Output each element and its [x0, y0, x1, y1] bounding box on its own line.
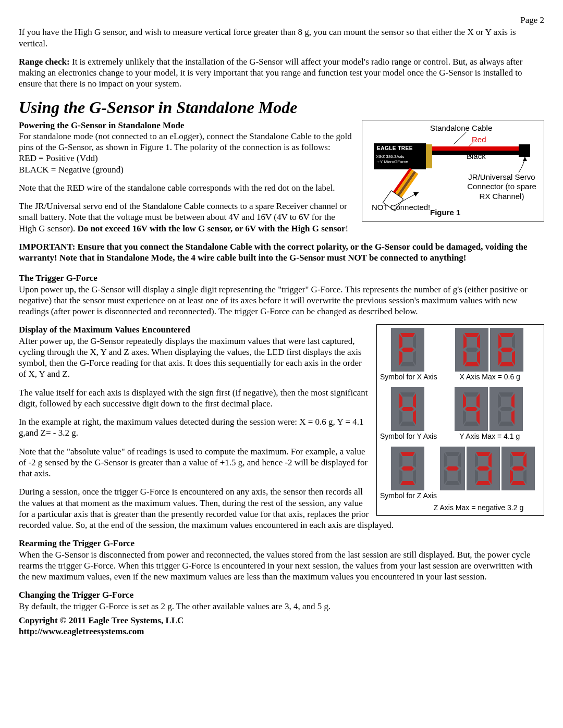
seg-z-digit0: [467, 447, 500, 490]
svg-marker-50: [401, 407, 414, 411]
seg-z-value-caption: Z Axis Max = negative 3.2 g: [380, 503, 541, 513]
range-check-text: It is extremely unlikely that the instal…: [19, 57, 522, 89]
svg-marker-39: [512, 351, 515, 365]
changing-heading: Changing the Trigger G-Force: [19, 589, 544, 600]
svg-marker-40: [499, 362, 514, 366]
segment-row-y: Symbol for Y Axis Y Axis Max = 4.1 g: [380, 387, 541, 440]
svg-marker-32: [477, 351, 480, 365]
svg-marker-27: [399, 351, 402, 365]
svg-marker-25: [413, 351, 416, 365]
svg-marker-85: [477, 466, 489, 471]
svg-marker-86: [511, 452, 525, 456]
segment-row-x: Symbol for X Axis X Axis Max = 0.6 g: [380, 328, 541, 381]
svg-marker-46: [413, 410, 416, 425]
segment-panel: Symbol for X Axis X Axis Max = 0.6 g Sym…: [376, 324, 544, 516]
svg-marker-41: [498, 351, 501, 365]
svg-marker-79: [476, 452, 491, 456]
svg-rect-8: [426, 144, 432, 168]
seg-x-digit0: [455, 328, 488, 372]
svg-marker-60: [511, 410, 515, 425]
fig1-standalone-cable-label: Standalone Cable: [430, 124, 492, 133]
svg-marker-82: [476, 481, 491, 485]
seg-y-value-caption: Y Axis Max = 4.1 g: [459, 432, 520, 440]
svg-marker-80: [488, 453, 492, 467]
svg-marker-83: [475, 470, 478, 484]
seg-y-symbol-caption: Symbol for Y Axis: [380, 432, 437, 440]
svg-marker-36: [466, 348, 478, 352]
svg-marker-66: [413, 453, 416, 467]
seg-z-digit1: [501, 447, 535, 490]
svg-marker-54: [464, 422, 479, 426]
seg-x-symbol: [391, 328, 424, 372]
svg-marker-33: [464, 362, 479, 366]
segment-row-z: Symbol for Z Axis: [380, 447, 541, 500]
changing-p: By default, the trigger G-Force is set a…: [19, 601, 544, 612]
fig1-black-label: Black: [467, 152, 486, 162]
seg-y-symbol: [391, 387, 424, 431]
svg-rect-12: [519, 144, 530, 157]
svg-marker-81: [488, 470, 492, 484]
svg-marker-64: [500, 407, 512, 411]
fig1-chip-line2: →Y MicroGForce: [376, 160, 408, 164]
svg-marker-92: [512, 466, 524, 471]
fig1-red-label: Red: [472, 135, 486, 145]
svg-marker-72: [445, 452, 460, 456]
svg-marker-23: [400, 333, 415, 337]
svg-marker-74: [458, 470, 461, 484]
svg-marker-42: [498, 334, 501, 349]
page-number: Page 2: [19, 15, 544, 26]
fig1-chip-brand: EAGLE TREE: [377, 145, 413, 152]
svg-marker-59: [511, 393, 515, 408]
seg-y-digit0: [455, 387, 488, 431]
seg-y-digit1: [489, 387, 523, 431]
figure-1: Standalone Cable Red Black JR/Universal …: [362, 120, 544, 221]
range-check-label: Range check:: [19, 57, 70, 67]
svg-marker-56: [463, 393, 466, 408]
svg-marker-49: [399, 393, 402, 408]
fig1-not-connected-label: NOT Connected!: [372, 203, 430, 213]
svg-marker-57: [465, 407, 478, 411]
svg-marker-45: [413, 393, 416, 408]
svg-marker-24: [413, 334, 416, 349]
svg-marker-90: [510, 470, 513, 484]
svg-marker-76: [444, 470, 447, 484]
svg-marker-88: [523, 470, 527, 484]
seg-z-sign: [440, 447, 465, 490]
powering-p3-bold: Do not exceed 16V with the low G sensor,…: [77, 224, 345, 233]
svg-marker-44: [400, 392, 415, 397]
svg-marker-55: [463, 410, 466, 425]
rearm-heading: Rearming the Trigger G-Force: [19, 538, 544, 549]
svg-marker-70: [399, 453, 402, 467]
svg-marker-37: [499, 333, 514, 337]
svg-marker-63: [498, 393, 501, 408]
seg-z-symbol-caption: Symbol for Z Axis: [380, 491, 437, 500]
section-heading: Using the G-Sensor in Standalone Mode: [19, 97, 544, 118]
svg-marker-78: [446, 466, 459, 471]
rearm-p: When the G-Sensor is disconnected from p…: [19, 549, 544, 583]
svg-line-18: [454, 132, 467, 144]
svg-marker-75: [445, 481, 460, 485]
svg-marker-38: [512, 334, 515, 349]
footer-url: http://www.eagletreesystems.com: [19, 626, 144, 636]
svg-marker-62: [498, 410, 501, 425]
trigger-p: Upon power up, the G-Sensor will display…: [19, 284, 544, 317]
svg-marker-67: [413, 470, 416, 484]
fig1-caption: Figure 1: [430, 208, 460, 218]
svg-marker-30: [464, 333, 479, 337]
seg-x-digit1: [490, 328, 523, 372]
svg-marker-87: [523, 453, 527, 467]
svg-marker-73: [458, 453, 461, 467]
fig1-chip-line1: X⊗Z 386.3Axis: [376, 155, 405, 159]
svg-marker-89: [511, 481, 525, 485]
svg-marker-28: [399, 334, 402, 349]
powering-p3-c: !: [346, 224, 349, 233]
svg-marker-29: [401, 348, 414, 352]
important-label: IMPORTANT:: [19, 242, 78, 252]
svg-marker-58: [499, 392, 513, 397]
seg-x-value-caption: X Axis Max = 0.6 g: [460, 373, 520, 381]
svg-marker-47: [400, 422, 415, 426]
svg-marker-84: [475, 453, 478, 467]
svg-marker-69: [399, 470, 402, 484]
svg-marker-53: [476, 410, 480, 425]
important-paragraph: IMPORTANT: Ensure that you connect the S…: [19, 241, 544, 264]
